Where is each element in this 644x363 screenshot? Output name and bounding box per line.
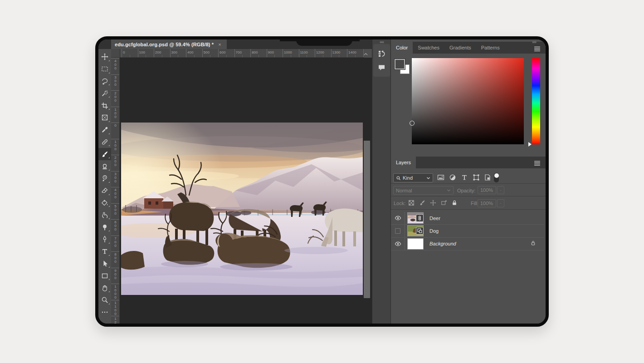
filter-toggle-switch[interactable] (494, 173, 499, 182)
photoshop-window: edu.gcfglobal.org.psd @ 59.4% (RGB/8) * … (95, 36, 549, 327)
tool-crop[interactable] (98, 99, 111, 112)
tool-eyedropper[interactable] (98, 124, 111, 136)
tool-smudge[interactable] (98, 209, 111, 221)
ruler-minor-tick (210, 55, 210, 57)
filter-kind-dropdown[interactable]: Kind (393, 173, 433, 182)
ruler-tick (111, 139, 120, 139)
tool-frame[interactable] (98, 112, 111, 124)
horizontal-ruler[interactable]: 0100200300400500600700800900100011001200… (120, 49, 364, 58)
layer-visibility-toggle[interactable] (391, 225, 405, 237)
ruler-label: 3 0 0 (111, 172, 120, 183)
ruler-tick (111, 74, 120, 75)
search-icon (396, 176, 401, 181)
filter-shape-layers-icon[interactable] (473, 174, 480, 181)
tool-spot-healing-brush[interactable] (98, 136, 111, 148)
tab-swatches[interactable]: Swatches (413, 42, 444, 54)
ruler-tick (138, 49, 138, 58)
ruler-tick (250, 49, 251, 58)
layer-row-background[interactable]: Background (391, 238, 544, 250)
document-tab[interactable]: edu.gcfglobal.org.psd @ 59.4% (RGB/8) * … (111, 39, 227, 49)
color-panel-menu-icon[interactable] (534, 45, 541, 53)
lock-all-icon[interactable] (451, 200, 458, 206)
foreground-color-swatch[interactable] (395, 59, 405, 69)
layer-row-dog[interactable]: Dog (391, 225, 544, 237)
layer-thumbnail[interactable] (407, 225, 424, 236)
layer-name[interactable]: Dog (429, 228, 530, 234)
tool-history-brush[interactable] (98, 172, 111, 185)
ruler-label: 700 (236, 50, 242, 54)
hue-slider[interactable] (532, 58, 540, 144)
tool-lasso[interactable] (98, 75, 111, 88)
color-field-marker[interactable] (410, 121, 415, 126)
page-background: edu.gcfglobal.org.psd @ 59.4% (RGB/8) * … (0, 0, 644, 363)
tool-dodge[interactable] (98, 221, 111, 233)
tab-color[interactable]: Color (391, 42, 413, 54)
comments-panel-icon[interactable] (378, 64, 385, 71)
dock-box (373, 44, 390, 77)
history-panel-icon[interactable] (378, 50, 385, 58)
lock-artboard-nesting-icon[interactable] (441, 200, 447, 206)
layer-visibility-eye-icon[interactable] (391, 212, 405, 224)
ruler-tick (111, 219, 120, 220)
hue-slider-marker[interactable] (528, 142, 532, 147)
swap-colors-icon[interactable] (105, 325, 111, 327)
ruler-tick (111, 90, 120, 91)
vertical-scrollbar-thumb[interactable] (364, 141, 370, 298)
blend-mode-dropdown[interactable]: Normal (393, 186, 454, 195)
tab-layers[interactable]: Layers (391, 157, 416, 168)
layer-locked-icon[interactable] (530, 240, 544, 248)
smart-object-icon (416, 227, 424, 235)
ruler-minor-tick (226, 55, 227, 57)
tab-gradients[interactable]: Gradients (444, 42, 476, 54)
filter-smart-objects-icon[interactable] (484, 174, 491, 181)
opacity-dropdown-icon[interactable] (497, 186, 504, 194)
filter-kind-label: Kind (403, 175, 424, 181)
tool-brush[interactable] (98, 148, 111, 160)
close-tab-icon[interactable]: × (218, 42, 221, 47)
tool-magic-wand[interactable] (98, 87, 111, 99)
lock-transparent-pixels-icon[interactable] (408, 200, 415, 206)
layer-visibility-eye-icon[interactable] (391, 238, 405, 250)
color-panel-header: ColorSwatchesGradientsPatterns (391, 42, 546, 54)
layer-row-deer[interactable]: Deer (391, 212, 544, 225)
tool-eraser[interactable] (98, 185, 111, 197)
canvas-image[interactable] (121, 123, 363, 295)
opacity-value-box[interactable]: 100% (478, 186, 496, 194)
tool-paint-bucket[interactable] (98, 197, 111, 209)
ruler-origin-corner[interactable] (111, 49, 120, 58)
saturation-brightness-field[interactable] (412, 58, 524, 144)
lock-image-pixels-icon[interactable] (419, 200, 425, 206)
layers-panel-menu-icon[interactable] (534, 159, 541, 167)
scroll-up-icon[interactable] (363, 50, 368, 59)
tool-rectangle[interactable] (98, 270, 111, 282)
layer-name[interactable]: Background (429, 241, 530, 246)
ruler-label: 6 0 0 (111, 221, 120, 231)
layer-thumbnail[interactable] (407, 238, 424, 250)
lock-position-icon[interactable] (430, 200, 436, 206)
tool-move[interactable] (98, 51, 111, 63)
fill-dropdown-icon[interactable] (497, 199, 504, 207)
tool-hand[interactable] (98, 282, 111, 294)
tool-clone-stamp[interactable] (98, 160, 111, 172)
ruler-label: 1 0 0 (111, 140, 120, 151)
layer-thumbnail[interactable] (407, 212, 424, 224)
ruler-minor-tick (323, 55, 323, 57)
canvas-pasteboard[interactable] (120, 58, 372, 324)
tool-rectangular-marquee[interactable] (98, 63, 111, 75)
tool-pen[interactable] (98, 233, 111, 245)
vertical-ruler[interactable]: 4 0 03 0 02 0 01 0 001 0 02 0 03 0 04 0 … (111, 58, 120, 324)
filter-pixel-layers-icon[interactable] (437, 174, 444, 181)
filter-adjustment-layers-icon[interactable] (449, 174, 456, 181)
tab-patterns[interactable]: Patterns (476, 42, 505, 54)
fill-value-box[interactable]: 100% (478, 199, 496, 207)
tool-ellipsis[interactable] (98, 306, 111, 319)
tool-type[interactable] (98, 245, 111, 258)
filter-type-layers-icon[interactable] (461, 174, 468, 181)
tool-path-selection[interactable] (98, 258, 111, 270)
collapse-panels-icon[interactable]: »» (532, 39, 536, 44)
layer-name[interactable]: Deer (429, 216, 530, 221)
foreground-background-colors-icon[interactable] (98, 325, 104, 327)
tool-zoom[interactable] (98, 294, 111, 306)
collapse-dock-icon[interactable]: «« (380, 39, 384, 44)
ruler-label: 100 (139, 50, 145, 54)
